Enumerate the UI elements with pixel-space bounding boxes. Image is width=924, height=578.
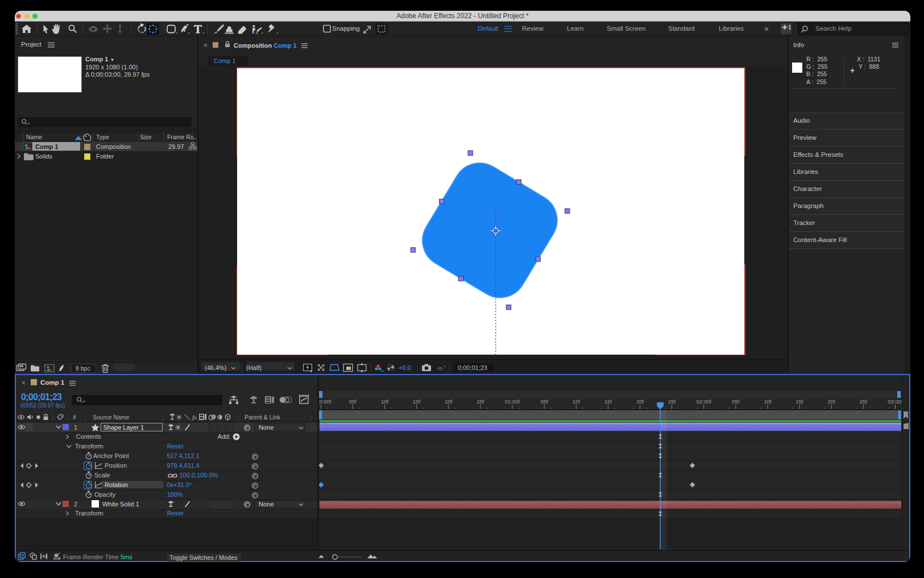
svg-text:#: # <box>73 414 76 421</box>
svg-text:05f: 05f <box>540 398 548 405</box>
svg-text:15f: 15f <box>795 398 803 405</box>
svg-text:15f: 15f <box>604 398 612 405</box>
svg-text:20f: 20f <box>828 398 836 405</box>
svg-text:Source Name: Source Name <box>93 414 129 421</box>
svg-text:10f: 10f <box>764 398 772 405</box>
svg-text:25f: 25f <box>476 398 484 405</box>
svg-text:05f: 05f <box>732 398 740 405</box>
svg-text:25f: 25f <box>668 398 676 405</box>
svg-text:02:00f: 02:00f <box>696 398 711 405</box>
svg-text:10f: 10f <box>573 398 581 405</box>
svg-text:01:00f: 01:00f <box>505 398 520 405</box>
svg-text:20f: 20f <box>636 398 644 405</box>
svg-text:15f: 15f <box>413 398 421 405</box>
svg-text:Parent & Link: Parent & Link <box>245 414 281 421</box>
svg-text:fx: fx <box>192 414 197 421</box>
svg-text:25f: 25f <box>860 398 868 405</box>
svg-text:03:00f: 03:00f <box>888 398 903 405</box>
svg-text:0:00f: 0:00f <box>320 398 332 405</box>
svg-text:10f: 10f <box>381 398 389 405</box>
svg-text:20f: 20f <box>445 398 453 405</box>
svg-text:05f: 05f <box>349 398 357 405</box>
